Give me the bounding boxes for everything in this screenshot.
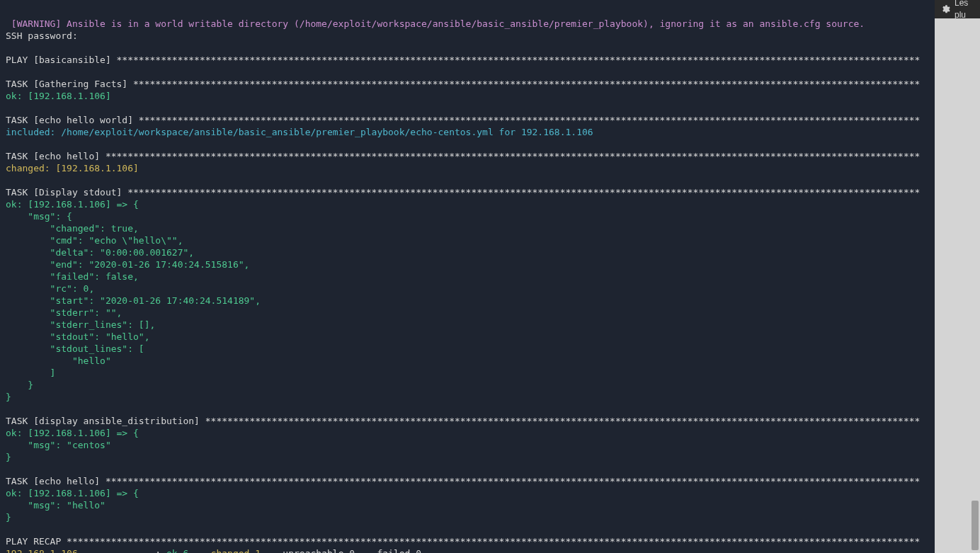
msg-rc: "rc": 0,	[6, 283, 94, 294]
task-echo-hello-2-fill: ****************************************…	[106, 476, 921, 486]
msg-stdout-lines-open: "stdout_lines": [	[6, 343, 144, 354]
msg-stdout: "stdout": "hello",	[6, 331, 150, 342]
msg-stdout-lines-val: "hello"	[6, 355, 111, 366]
play-header-fill: ****************************************…	[117, 55, 921, 65]
warning-line: [WARNING] Ansible is in a world writable…	[6, 18, 865, 29]
brace-close-1: }	[6, 392, 11, 402]
included-line: included: /home/exploit/workspace/ansibl…	[6, 127, 593, 137]
recap-sep: :	[78, 548, 166, 553]
recap-unreachable: unreachable=0	[283, 548, 371, 553]
task-echo-hello-1: TASK [echo hello]	[6, 151, 106, 161]
msg-start: "start": "2020-01-26 17:40:24.514189",	[6, 295, 261, 306]
msg-cmd: "cmd": "echo \"hello\"",	[6, 235, 183, 246]
task-gathering-fill: ****************************************…	[133, 79, 920, 89]
msg-stderr-lines: "stderr_lines": [],	[6, 319, 155, 330]
recap-host: 192.168.1.106	[6, 548, 78, 553]
brace-close-3: }	[6, 512, 11, 523]
msg-failed: "failed": false,	[6, 271, 139, 282]
task-echo-hello-2: TASK [echo hello]	[6, 476, 106, 486]
msg-delta: "delta": "0:00:00.001627",	[6, 247, 194, 258]
changed-line: changed: [192.168.1.106]	[6, 163, 139, 173]
ssh-prompt: SSH password:	[6, 30, 78, 41]
brace-close-2: }	[6, 452, 11, 462]
ok-hello-open: ok: [192.168.1.106] => {	[6, 488, 139, 498]
msg-close: }	[6, 380, 33, 390]
recap-changed: changed=1	[211, 548, 278, 553]
task-gathering: TASK [Gathering Facts]	[6, 79, 133, 89]
msg-centos: "msg": "centos"	[6, 440, 111, 450]
msg-end: "end": "2020-01-26 17:40:24.515816",	[6, 259, 249, 270]
msg-stderr: "stderr": "",	[6, 307, 122, 318]
topbar-fragment[interactable]: Les plu	[935, 0, 980, 18]
task-display-stdout: TASK [Display stdout]	[6, 187, 127, 198]
task-distro: TASK [display ansible_distribution]	[6, 416, 205, 426]
play-recap: PLAY RECAP	[6, 536, 67, 547]
msg-stdout-lines-close: ]	[6, 367, 55, 378]
task-echo-world-fill: ****************************************…	[139, 115, 921, 125]
gear-icon	[940, 4, 950, 14]
play-recap-fill: ****************************************…	[67, 536, 920, 547]
terminal-output: [WARNING] Ansible is in a world writable…	[0, 0, 935, 553]
play-header: PLAY [basicansible]	[6, 55, 117, 65]
task-distro-fill: ****************************************…	[205, 416, 921, 426]
ok-gathering: ok: [192.168.1.106]	[6, 91, 111, 101]
ok-stdout-open: ok: [192.168.1.106] => {	[6, 199, 139, 210]
task-display-stdout-fill: ****************************************…	[127, 187, 920, 198]
ok-distro-open: ok: [192.168.1.106] => {	[6, 428, 139, 438]
recap-failed: failed=0	[377, 548, 421, 553]
recap-ok: ok=6	[166, 548, 205, 553]
task-echo-world: TASK [echo hello world]	[6, 115, 139, 125]
task-echo-hello-1-fill: ****************************************…	[106, 151, 921, 161]
msg-hello: "msg": "hello"	[6, 500, 106, 511]
right-gutter: Les plu	[935, 0, 980, 553]
topbar-text: Les plu	[955, 0, 980, 21]
msg-open: "msg": {	[6, 211, 72, 222]
scrollbar-thumb[interactable]	[972, 501, 979, 550]
msg-changed: "changed": true,	[6, 223, 139, 234]
